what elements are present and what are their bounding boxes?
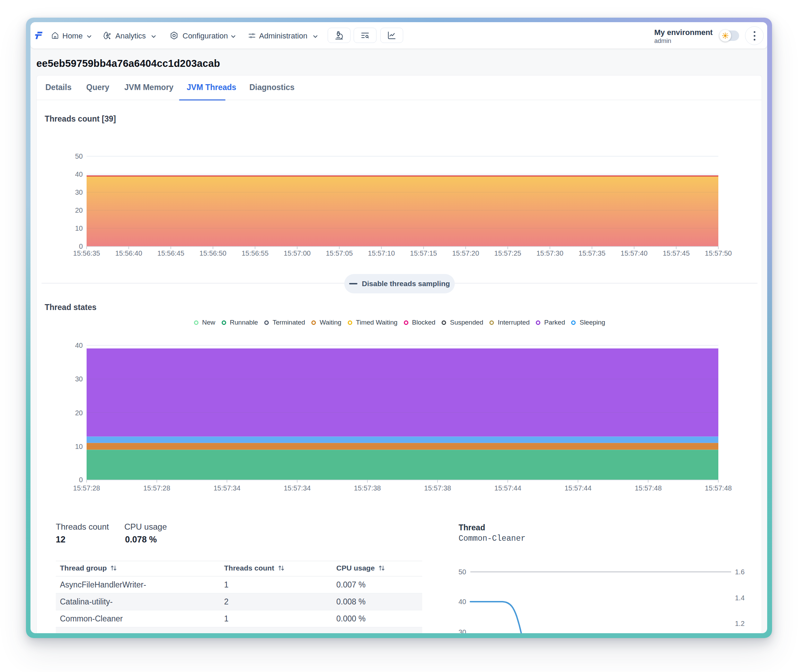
svg-text:1.4: 1.4 xyxy=(735,594,745,602)
svg-text:15:57:44: 15:57:44 xyxy=(565,484,592,492)
svg-text:30: 30 xyxy=(75,189,83,196)
svg-text:15:57:45: 15:57:45 xyxy=(662,250,689,257)
svg-text:15:57:48: 15:57:48 xyxy=(635,484,662,492)
svg-text:15:57:15: 15:57:15 xyxy=(410,250,437,257)
svg-text:15:57:30: 15:57:30 xyxy=(536,250,563,257)
svg-text:15:56:45: 15:56:45 xyxy=(157,250,184,257)
svg-text:30: 30 xyxy=(459,628,466,633)
svg-text:15:57:50: 15:57:50 xyxy=(705,250,732,257)
svg-text:15:57:34: 15:57:34 xyxy=(284,484,311,492)
svg-text:1.6: 1.6 xyxy=(735,568,745,576)
svg-text:20: 20 xyxy=(75,409,83,417)
svg-text:15:57:38: 15:57:38 xyxy=(424,484,451,492)
svg-text:15:57:35: 15:57:35 xyxy=(579,250,605,257)
svg-text:15:56:40: 15:56:40 xyxy=(115,250,142,257)
svg-text:15:57:38: 15:57:38 xyxy=(354,484,381,492)
svg-text:50: 50 xyxy=(459,568,466,576)
svg-text:40: 40 xyxy=(459,598,466,605)
svg-text:40: 40 xyxy=(75,342,83,349)
svg-text:15:57:05: 15:57:05 xyxy=(326,250,353,257)
svg-text:15:57:20: 15:57:20 xyxy=(452,250,479,257)
svg-text:0: 0 xyxy=(79,242,83,250)
svg-text:15:57:00: 15:57:00 xyxy=(284,250,311,257)
svg-text:0: 0 xyxy=(79,476,83,483)
svg-text:15:57:28: 15:57:28 xyxy=(143,484,170,492)
svg-text:15:57:40: 15:57:40 xyxy=(620,250,648,257)
svg-text:15:56:35: 15:56:35 xyxy=(73,250,100,257)
svg-text:15:57:25: 15:57:25 xyxy=(494,250,521,257)
svg-text:10: 10 xyxy=(75,224,83,232)
svg-text:15:57:48: 15:57:48 xyxy=(705,484,732,492)
svg-text:15:57:10: 15:57:10 xyxy=(368,250,395,257)
svg-text:40: 40 xyxy=(75,170,83,178)
svg-text:15:57:44: 15:57:44 xyxy=(494,484,521,492)
svg-text:30: 30 xyxy=(75,375,83,383)
svg-text:15:57:34: 15:57:34 xyxy=(213,484,240,492)
svg-text:10: 10 xyxy=(75,443,83,450)
svg-text:50: 50 xyxy=(75,152,83,160)
svg-text:15:56:50: 15:56:50 xyxy=(200,250,227,257)
svg-text:20: 20 xyxy=(75,206,83,214)
svg-text:15:57:28: 15:57:28 xyxy=(73,484,100,492)
svg-text:15:56:55: 15:56:55 xyxy=(241,250,269,257)
svg-text:1.2: 1.2 xyxy=(735,620,745,627)
